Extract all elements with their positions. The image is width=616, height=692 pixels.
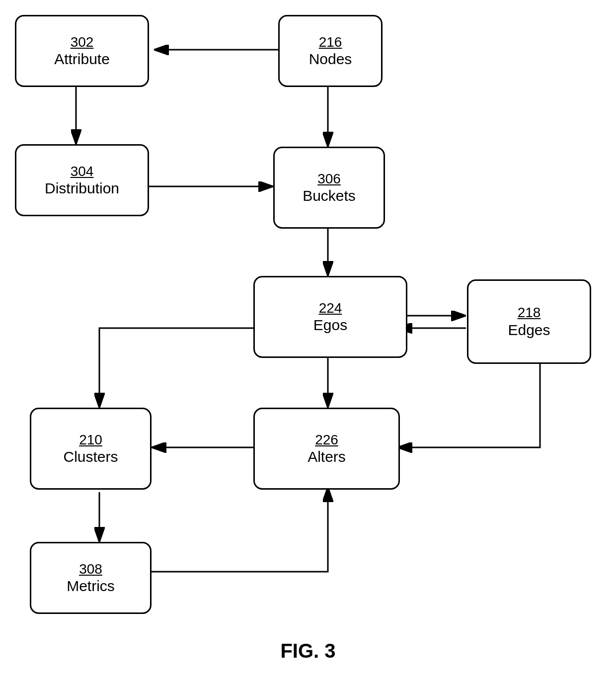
clusters-num: 210 bbox=[79, 432, 102, 448]
attribute-num: 302 bbox=[71, 34, 94, 51]
egos-box: 224 Egos bbox=[253, 276, 407, 358]
nodes-num: 216 bbox=[319, 34, 342, 51]
distribution-num: 304 bbox=[71, 163, 94, 180]
attribute-box: 302 Attribute bbox=[15, 15, 149, 87]
buckets-label: Buckets bbox=[303, 187, 356, 205]
buckets-num: 306 bbox=[317, 171, 341, 187]
distribution-label: Distribution bbox=[45, 179, 119, 197]
metrics-box: 308 Metrics bbox=[30, 542, 152, 614]
alters-label: Alters bbox=[308, 448, 346, 466]
alters-num: 226 bbox=[315, 432, 338, 448]
egos-num: 224 bbox=[319, 300, 342, 317]
diagram: 302 Attribute 216 Nodes 304 Distribution… bbox=[0, 0, 616, 692]
edges-box: 218 Edges bbox=[467, 279, 591, 364]
buckets-box: 306 Buckets bbox=[273, 147, 385, 229]
attribute-label: Attribute bbox=[54, 50, 110, 68]
edges-num: 218 bbox=[518, 304, 541, 321]
metrics-label: Metrics bbox=[67, 577, 115, 595]
figure-label: FIG. 3 bbox=[280, 640, 335, 662]
alters-box: 226 Alters bbox=[253, 408, 400, 490]
edges-label: Edges bbox=[508, 321, 550, 339]
nodes-box: 216 Nodes bbox=[278, 15, 383, 87]
clusters-box: 210 Clusters bbox=[30, 408, 152, 490]
metrics-num: 308 bbox=[79, 561, 102, 578]
nodes-label: Nodes bbox=[309, 50, 352, 68]
egos-label: Egos bbox=[313, 316, 347, 334]
distribution-box: 304 Distribution bbox=[15, 144, 149, 216]
clusters-label: Clusters bbox=[63, 448, 118, 466]
